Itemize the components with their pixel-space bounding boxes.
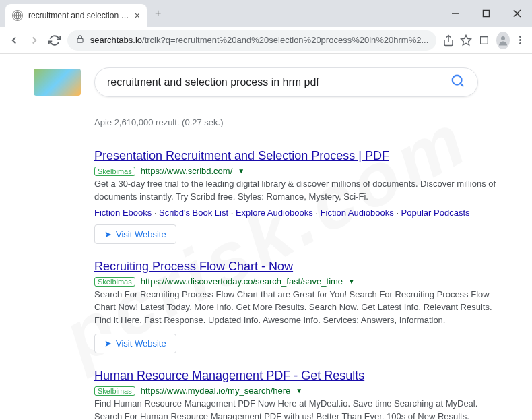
- close-tab-icon[interactable]: ×: [135, 10, 140, 21]
- back-button[interactable]: [7, 31, 22, 50]
- search-result: Presentation Recruitment and Selection P…: [94, 148, 498, 244]
- reload-button[interactable]: [47, 31, 62, 50]
- ad-badge: Skelbimas: [94, 277, 135, 287]
- divider: [94, 140, 498, 140]
- browser-toolbar: searchtabs.io/trclk?q=recruitment%20and%…: [0, 27, 532, 54]
- result-url: https://www.mydeal.io/my_search/here: [141, 386, 291, 396]
- ad-badge: Skelbimas: [94, 167, 135, 176]
- svg-point-8: [501, 36, 505, 40]
- result-description: Search For Recruiting Process Flow Chart…: [94, 289, 498, 327]
- minimize-button[interactable]: [446, 4, 465, 23]
- result-description: Find Human Resource Management PDF Now H…: [94, 398, 498, 420]
- extensions-icon[interactable]: [478, 32, 491, 49]
- chevron-down-icon[interactable]: ▼: [296, 387, 302, 394]
- close-window-button[interactable]: [508, 4, 527, 23]
- arrow-icon: ➤: [104, 229, 112, 239]
- svg-rect-5: [77, 38, 83, 42]
- sitelink[interactable]: Explore Audiobooks: [236, 208, 313, 218]
- search-box[interactable]: [94, 67, 478, 97]
- sitelink[interactable]: Popular Podcasts: [401, 208, 470, 218]
- profile-avatar[interactable]: [496, 32, 510, 49]
- search-result: Human Resource Management PDF - Get Resu…: [94, 368, 498, 420]
- chevron-down-icon[interactable]: ▼: [348, 278, 355, 285]
- svg-rect-7: [481, 36, 488, 44]
- window-titlebar: recruitment and selection proces × +: [0, 0, 532, 27]
- search-input[interactable]: [107, 76, 451, 88]
- forward-button[interactable]: [27, 31, 42, 50]
- sitelink[interactable]: Fiction Ebooks: [94, 208, 152, 218]
- ad-badge: Skelbimas: [94, 386, 135, 396]
- address-bar[interactable]: searchtabs.io/trclk?q=recruitment%20and%…: [67, 30, 437, 51]
- browser-tab[interactable]: recruitment and selection proces ×: [5, 4, 147, 27]
- tab-title: recruitment and selection proces: [28, 11, 131, 20]
- sitelink[interactable]: Scribd's Book List: [159, 208, 228, 218]
- search-result: Recruiting Process Flow Chart - Now Skel…: [94, 259, 498, 353]
- url-display: searchtabs.io/trclk?q=recruitment%20and%…: [90, 35, 429, 45]
- site-logo[interactable]: [34, 69, 81, 96]
- page-content: pcrisk.com Apie 2,610,000 rezult. (0.27 …: [0, 54, 532, 420]
- result-title-link[interactable]: Presentation Recruitment and Selection P…: [94, 149, 389, 162]
- result-description: Get a 30-day free trial to the leading d…: [94, 178, 498, 204]
- svg-line-10: [461, 84, 464, 87]
- bookmark-icon[interactable]: [460, 32, 473, 49]
- new-tab-button[interactable]: +: [155, 7, 161, 20]
- menu-button[interactable]: [515, 36, 525, 44]
- result-url: https://www.scribd.com/: [141, 166, 233, 176]
- visit-website-button[interactable]: ➤Visit Website: [94, 224, 176, 244]
- sitelink[interactable]: Fiction Audiobooks: [321, 208, 394, 218]
- result-title-link[interactable]: Recruiting Process Flow Chart - Now: [94, 260, 293, 273]
- sitelinks: Fiction Ebooks · Scribd's Book List · Ex…: [94, 208, 498, 218]
- svg-rect-2: [484, 11, 490, 17]
- maximize-button[interactable]: [477, 4, 496, 23]
- share-icon[interactable]: [442, 32, 455, 49]
- result-stats: Apie 2,610,000 rezult. (0.27 sek.): [94, 117, 498, 127]
- search-icon[interactable]: [451, 73, 465, 91]
- svg-point-9: [453, 76, 462, 85]
- lock-icon: [75, 34, 85, 47]
- visit-website-button[interactable]: ➤Visit Website: [94, 334, 176, 353]
- svg-marker-6: [461, 35, 471, 44]
- globe-icon: [12, 10, 23, 21]
- result-url: https://www.discovertoday.co/search_fast…: [141, 276, 343, 287]
- arrow-icon: ➤: [104, 338, 112, 349]
- result-title-link[interactable]: Human Resource Management PDF - Get Resu…: [94, 369, 364, 382]
- chevron-down-icon[interactable]: ▼: [238, 167, 244, 175]
